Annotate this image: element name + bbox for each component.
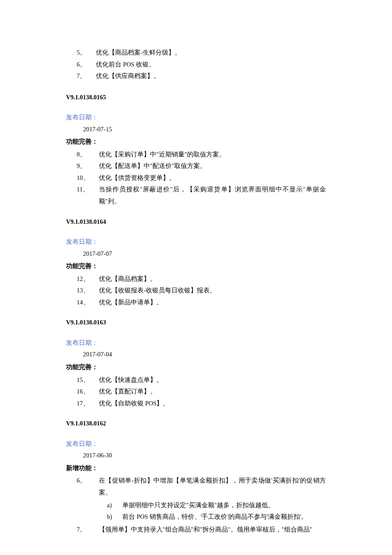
item-text: 优化【配送单】中"配送价"取值方案。 (99, 160, 326, 172)
release-date-label: 发布日期： (66, 112, 326, 124)
item-number: 16、 (77, 386, 99, 398)
item-number: 15、 (77, 374, 99, 386)
list-item: 7、 【领用单】中支持录入"组合商品"和"拆分商品"。领用单审核后，"组合商品" (77, 524, 326, 536)
item-number: 12、 (77, 273, 99, 285)
release-date-label: 发布日期： (66, 236, 326, 248)
release-date-label: 发布日期： (66, 438, 326, 450)
item-number: 17、 (77, 398, 99, 410)
list-item: 6、 优化前台 POS 收银。 (77, 59, 326, 71)
improvements-list: 12、 优化【商品档案】。 13、 优化【收银报表-收银员每日收银】报表。 14… (66, 273, 326, 309)
list-item: 5、 优化【商品档案-生鲜分级】。 (77, 47, 326, 59)
item-number: 9、 (77, 160, 99, 172)
item-text: 优化【采购订单】中"近期销量"的取值方案。 (99, 149, 326, 161)
item-text: 【领用单】中支持录入"组合商品"和"拆分商品"。领用单审核后，"组合商品" (99, 524, 326, 536)
version-header: V9.1.0138.0162 (66, 418, 326, 430)
item-number: 14、 (77, 297, 99, 309)
list-item: 10、 优化【供货资格变更单】。 (77, 172, 326, 184)
release-date-value: 2017-07-15 (66, 124, 326, 136)
sub-list-item: a) 单据明细中只支持设定"买满金额"越多，折扣值越低。 (107, 500, 326, 512)
item-text: 优化【新品申请单】。 (99, 297, 326, 309)
list-item: 15、 优化【快速盘点单】。 (77, 374, 326, 386)
item-text: 当操作员授权"屏蔽进价"后，【采购退货单】浏览界面明细中不显示"单据金额"列。 (99, 184, 326, 207)
version-header: V9.1.0138.0164 (66, 216, 326, 228)
item-number: 7、 (77, 70, 96, 82)
improvements-list: 8、 优化【采购订单】中"近期销量"的取值方案。 9、 优化【配送单】中"配送价… (66, 149, 326, 208)
new-features-label: 新增功能： (66, 462, 326, 474)
version-header: V9.1.0138.0163 (66, 317, 326, 329)
release-date-value: 2017-07-07 (66, 248, 326, 260)
sub-list: a) 单据明细中只支持设定"买满金额"越多，折扣值越低。 b) 前台 POS 销… (66, 500, 326, 523)
sub-item-label: b) (107, 511, 122, 523)
item-number: 6、 (77, 475, 99, 498)
item-number: 5、 (77, 47, 96, 59)
list-item: 13、 优化【收银报表-收银员每日收银】报表。 (77, 285, 326, 297)
list-item: 12、 优化【商品档案】。 (77, 273, 326, 285)
item-text: 优化【商品档案】。 (99, 273, 326, 285)
improvements-label: 功能完善： (66, 260, 326, 272)
item-number: 6、 (77, 59, 96, 71)
sub-item-text: 前台 POS 销售商品，特价、'手工改价'的商品不参与'满金额折扣'。 (122, 511, 326, 523)
item-text: 优化【商品档案-生鲜分级】。 (96, 47, 181, 59)
list-item: 11、 当操作员授权"屏蔽进价"后，【采购退货单】浏览界面明细中不显示"单据金额… (77, 184, 326, 207)
item-number: 8、 (77, 149, 99, 161)
improvements-label: 功能完善： (66, 361, 326, 373)
top-continuation-list: 5、 优化【商品档案-生鲜分级】。 6、 优化前台 POS 收银。 7、 优化【… (66, 47, 326, 82)
item-number: 11、 (77, 184, 99, 207)
item-text: 优化【快速盘点单】。 (99, 374, 326, 386)
version-header: V9.1.0138.0165 (66, 92, 326, 104)
sub-item-label: a) (107, 500, 122, 512)
list-item: 7、 优化【供应商档案】。 (77, 70, 326, 82)
list-item: 6、 在【促销单-折扣】中增加【单笔满金额折扣】，用于卖场做'买满折扣'的促销方… (77, 475, 326, 498)
item-number: 13、 (77, 285, 99, 297)
item-text: 优化【供应商档案】。 (96, 70, 160, 82)
item-text: 优化【直配订单】。 (99, 386, 326, 398)
item-text: 在【促销单-折扣】中增加【单笔满金额折扣】，用于卖场做'买满折扣'的促销方案。 (99, 475, 326, 498)
item-number: 10、 (77, 172, 99, 184)
item-text: 优化前台 POS 收银。 (96, 59, 155, 71)
improvements-list: 15、 优化【快速盘点单】。 16、 优化【直配订单】。 17、 优化【自助收银… (66, 374, 326, 410)
release-date-value: 2017-07-04 (66, 349, 326, 361)
list-item: 16、 优化【直配订单】。 (77, 386, 326, 398)
release-date-value: 2017-06-30 (66, 450, 326, 462)
list-item: 8、 优化【采购订单】中"近期销量"的取值方案。 (77, 149, 326, 161)
item-text: 优化【供货资格变更单】。 (99, 172, 326, 184)
improvements-label: 功能完善： (66, 136, 326, 148)
list-item: 9、 优化【配送单】中"配送价"取值方案。 (77, 160, 326, 172)
release-date-label: 发布日期： (66, 337, 326, 349)
new-features-list-cont: 7、 【领用单】中支持录入"组合商品"和"拆分商品"。领用单审核后，"组合商品" (66, 524, 326, 536)
item-text: 优化【自助收银 POS】。 (99, 398, 326, 410)
item-text: 优化【收银报表-收银员每日收银】报表。 (99, 285, 326, 297)
new-features-list: 6、 在【促销单-折扣】中增加【单笔满金额折扣】，用于卖场做'买满折扣'的促销方… (66, 475, 326, 498)
sub-list-item: b) 前台 POS 销售商品，特价、'手工改价'的商品不参与'满金额折扣'。 (107, 511, 326, 523)
sub-item-text: 单据明细中只支持设定"买满金额"越多，折扣值越低。 (122, 500, 326, 512)
item-number: 7、 (77, 524, 99, 536)
list-item: 17、 优化【自助收银 POS】。 (77, 398, 326, 410)
list-item: 14、 优化【新品申请单】。 (77, 297, 326, 309)
